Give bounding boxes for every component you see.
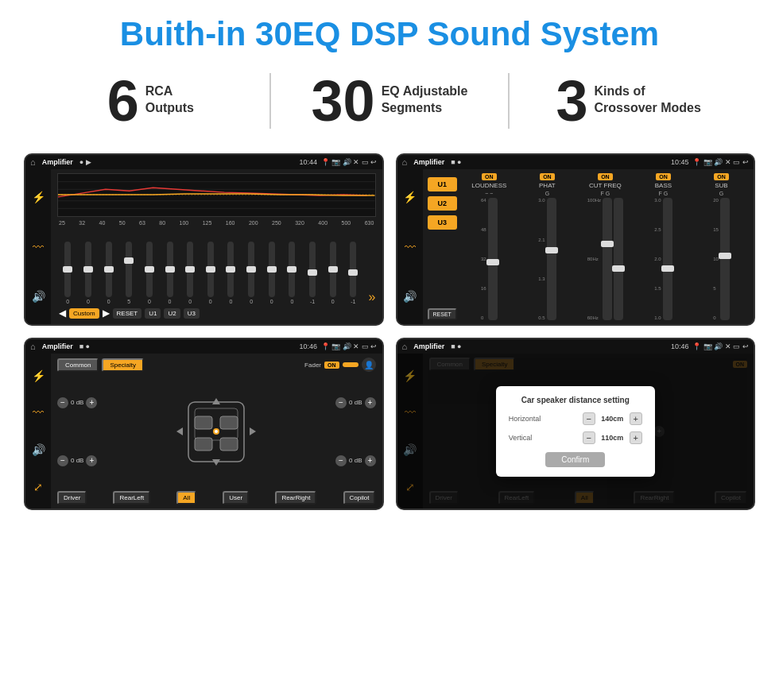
u1-crossover[interactable]: U1 xyxy=(428,177,457,191)
vertical-label: Vertical xyxy=(509,434,533,442)
rearleft-button[interactable]: RearLeft xyxy=(113,491,150,505)
u2-button[interactable]: U2 xyxy=(164,308,180,319)
dialog-screen: ⌂ Amplifier ■ ● 10:46 📍 📷 🔊 ✕ ▭ ↩ ⚡ 〰 🔊 … xyxy=(396,338,756,510)
cutfreq-channel: ON CUT FREQ FG 100Hz80Hz60Hz xyxy=(578,173,633,320)
status-dots: ● ▶ xyxy=(79,158,91,166)
eq-slider-1[interactable]: 0 xyxy=(79,242,98,304)
phat-on[interactable]: ON xyxy=(540,173,555,180)
dialog-confirm-row: Confirm xyxy=(509,452,642,467)
fl-plus[interactable]: + xyxy=(86,397,97,408)
dialog-overlay: Car speaker distance setting Horizontal … xyxy=(397,354,754,509)
reset-button[interactable]: RESET xyxy=(113,308,142,319)
phat-label: PHAT xyxy=(539,182,556,189)
stat-label-rca: RCAOutputs xyxy=(145,72,194,117)
eq-slider-7[interactable]: 0 xyxy=(201,242,219,304)
fader-control: Fader ON xyxy=(304,362,358,369)
fr-minus[interactable]: − xyxy=(335,397,347,408)
eq-slider-11[interactable]: 0 xyxy=(283,242,301,304)
eq-freq-labels: 253240 506380 100125160 200250320 400500… xyxy=(57,220,376,226)
horizontal-minus[interactable]: − xyxy=(583,412,595,425)
rr-plus[interactable]: + xyxy=(365,455,376,466)
eq-slider-6[interactable]: 0 xyxy=(181,242,200,304)
eq-slider-0[interactable]: 0 xyxy=(59,242,77,304)
user-button[interactable]: User xyxy=(223,491,249,505)
wave-icon-3[interactable]: 〰 xyxy=(33,406,44,419)
eq-icon[interactable]: ⚡ xyxy=(32,191,45,203)
fader-slider[interactable] xyxy=(343,362,358,367)
reset-crossover[interactable]: RESET xyxy=(428,308,457,320)
eq-slider-13[interactable]: 0 xyxy=(324,242,342,304)
eq-slider-9[interactable]: 0 xyxy=(242,242,261,304)
next-button[interactable]: ▶ xyxy=(103,307,110,319)
status-dots-2: ■ ● xyxy=(451,158,461,166)
app-name-crossover: Amplifier xyxy=(413,158,444,166)
u3-crossover[interactable]: U3 xyxy=(428,215,457,230)
cutfreq-slider[interactable] xyxy=(603,198,612,320)
eq-icon-2[interactable]: ⚡ xyxy=(403,191,417,203)
svg-rect-11 xyxy=(220,438,238,451)
all-button[interactable]: All xyxy=(176,491,196,505)
eq-slider-10[interactable]: 0 xyxy=(262,242,281,304)
vertical-plus[interactable]: + xyxy=(630,431,642,444)
u1-button[interactable]: U1 xyxy=(145,308,161,319)
fl-minus[interactable]: − xyxy=(57,397,68,408)
sub-slider[interactable] xyxy=(720,198,730,320)
bass-on[interactable]: ON xyxy=(656,173,671,180)
fr-value: 0 dB xyxy=(349,399,362,406)
driver-button[interactable]: Driver xyxy=(57,491,87,505)
rearright-button[interactable]: RearRight xyxy=(275,491,316,505)
fader-on[interactable]: ON xyxy=(324,362,339,369)
eq-slider-3[interactable]: 5 xyxy=(120,242,138,304)
phat-slider[interactable] xyxy=(547,198,556,320)
loudness-on[interactable]: ON xyxy=(482,173,497,180)
expand-icon[interactable]: ⤢ xyxy=(33,481,43,493)
eq-slider-8[interactable]: 0 xyxy=(222,242,240,304)
speaker-content: ⚡ 〰 🔊 ⤢ Common Specialty Fader ON 👤 xyxy=(25,354,382,509)
eq-icon-3[interactable]: ⚡ xyxy=(32,369,45,382)
rr-minus[interactable]: − xyxy=(335,455,347,466)
custom-button[interactable]: Custom xyxy=(69,308,99,319)
eq-slider-12[interactable]: -1 xyxy=(304,242,322,304)
status-icons-eq: 📍 📷 🔊 ✕ ▭ ↩ xyxy=(321,158,378,166)
sub-on[interactable]: ON xyxy=(714,173,729,180)
eq-slider-14[interactable]: -1 xyxy=(344,242,362,304)
u3-button[interactable]: U3 xyxy=(184,308,200,319)
speaker-icon-3[interactable]: 🔊 xyxy=(32,443,45,456)
loudness-slider[interactable] xyxy=(488,198,498,320)
copilot-button[interactable]: Copilot xyxy=(343,491,376,505)
speaker-layout: − 0 dB + − 0 dB + xyxy=(57,375,376,488)
app-name-eq: Amplifier xyxy=(42,158,73,166)
rl-plus[interactable]: + xyxy=(86,455,97,466)
speaker-tabs: Common Specialty Fader ON 👤 xyxy=(57,358,376,372)
time-speaker: 10:46 xyxy=(299,342,317,350)
wave-icon[interactable]: 〰 xyxy=(33,241,44,253)
confirm-button[interactable]: Confirm xyxy=(545,452,605,467)
common-tab[interactable]: Common xyxy=(57,358,99,372)
speaker-icon-2[interactable]: 🔊 xyxy=(403,290,417,303)
fr-plus[interactable]: + xyxy=(365,397,376,408)
crossover-sidebar: ⚡ 〰 🔊 xyxy=(397,169,423,324)
specialty-tab[interactable]: Specialty xyxy=(102,358,143,372)
prev-button[interactable]: ◀ xyxy=(59,307,66,319)
u2-crossover[interactable]: U2 xyxy=(428,196,457,211)
vertical-minus[interactable]: − xyxy=(583,431,595,444)
divider-2 xyxy=(508,73,510,129)
eq-screen: ⌂ Amplifier ● ▶ 10:44 📍 📷 🔊 ✕ ▭ ↩ ⚡ 〰 🔊 xyxy=(24,153,384,326)
cutfreq-slider2[interactable] xyxy=(614,198,623,320)
bass-slider[interactable] xyxy=(663,198,672,320)
dialog-title: Car speaker distance setting xyxy=(509,396,642,404)
svg-point-13 xyxy=(215,430,218,433)
stat-number-rca: 6 xyxy=(107,72,139,130)
eq-more-icon[interactable]: » xyxy=(369,290,376,304)
cutfreq-label: CUT FREQ xyxy=(589,182,622,189)
cutfreq-on[interactable]: ON xyxy=(598,173,613,180)
speaker-bottom-controls: Driver RearLeft All User RearRight Copil… xyxy=(57,491,376,505)
eq-slider-5[interactable]: 0 xyxy=(161,242,179,304)
horizontal-plus[interactable]: + xyxy=(630,412,642,425)
eq-slider-2[interactable]: 0 xyxy=(99,242,118,304)
wave-icon-2[interactable]: 〰 xyxy=(405,241,416,253)
speaker-icon[interactable]: 🔊 xyxy=(32,290,45,303)
rl-minus[interactable]: − xyxy=(57,455,68,466)
eq-slider-4[interactable]: 0 xyxy=(141,242,159,304)
vertical-row: Vertical − 110cm + xyxy=(509,431,642,444)
